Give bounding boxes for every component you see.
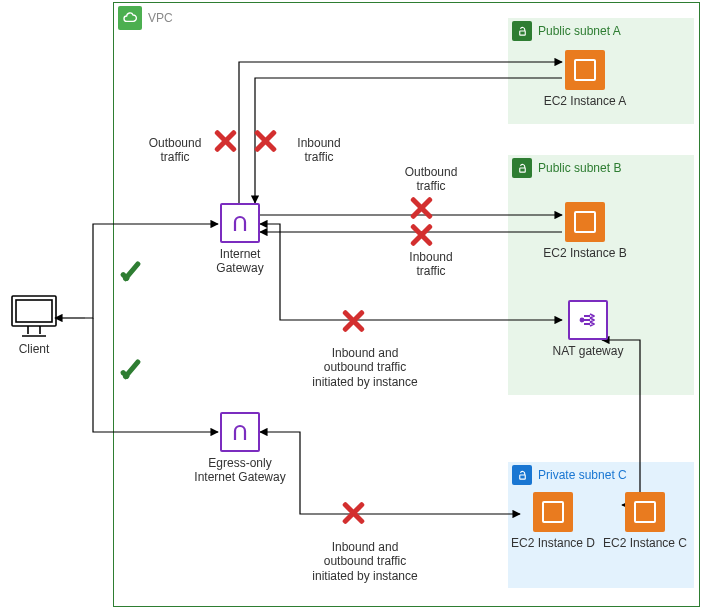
- ec2-icon: [565, 202, 605, 242]
- svg-rect-4: [16, 300, 52, 322]
- computer-icon: [10, 294, 58, 338]
- ec2-instance-b-node: EC2 Instance B: [540, 202, 630, 260]
- lock-icon: [512, 158, 532, 178]
- bidir-traffic-nat-label: Inbound and outbound traffic initiated b…: [300, 346, 430, 389]
- egress-only-igw-node: Egress-only Internet Gateway: [194, 412, 286, 484]
- svg-rect-0: [519, 31, 525, 35]
- nat-gateway-icon: [568, 300, 608, 340]
- lock-icon: [512, 465, 532, 485]
- bidir-traffic-eigw-label: Inbound and outbound traffic initiated b…: [300, 540, 430, 583]
- ec2-b-label: EC2 Instance B: [540, 246, 630, 260]
- outbound-traffic-label-b: Outbound traffic: [396, 165, 466, 194]
- inbound-traffic-label-b: Inbound traffic: [396, 250, 466, 279]
- client-node: Client: [6, 294, 62, 356]
- ec2-icon: [565, 50, 605, 90]
- subnet-label: Public subnet B: [538, 161, 621, 175]
- ec2-icon: [533, 492, 573, 532]
- ec2-instance-a-node: EC2 Instance A: [540, 50, 630, 108]
- ec2-a-label: EC2 Instance A: [540, 94, 630, 108]
- svg-rect-2: [519, 475, 525, 479]
- ec2-d-label: EC2 Instance D: [508, 536, 598, 550]
- subnet-label: Public subnet A: [538, 24, 621, 38]
- internet-gateway-icon: [220, 203, 260, 243]
- vpc-header: VPC: [118, 6, 173, 30]
- outbound-traffic-label: Outbound traffic: [140, 136, 210, 165]
- ec2-c-label: EC2 Instance C: [600, 536, 690, 550]
- client-label: Client: [6, 342, 62, 356]
- nat-label: NAT gateway: [548, 344, 628, 358]
- subnet-label: Private subnet C: [538, 468, 627, 482]
- vpc-label: VPC: [148, 11, 173, 25]
- ec2-instance-d-node: EC2 Instance D: [508, 492, 598, 550]
- inbound-traffic-label: Inbound traffic: [284, 136, 354, 165]
- architecture-diagram: VPC Public subnet A Public subnet B Priv…: [0, 0, 704, 611]
- egress-only-igw-icon: [220, 412, 260, 452]
- ec2-icon: [625, 492, 665, 532]
- cloud-icon: [118, 6, 142, 30]
- svg-point-5: [581, 319, 584, 322]
- lock-icon: [512, 21, 532, 41]
- eigw-label: Egress-only Internet Gateway: [194, 456, 286, 484]
- internet-gateway-node: Internet Gateway: [198, 203, 282, 275]
- public-subnet-b: Public subnet B: [508, 155, 694, 395]
- ec2-instance-c-node: EC2 Instance C: [600, 492, 690, 550]
- igw-label: Internet Gateway: [198, 247, 282, 275]
- svg-rect-1: [519, 168, 525, 172]
- nat-gateway-node: NAT gateway: [548, 300, 628, 358]
